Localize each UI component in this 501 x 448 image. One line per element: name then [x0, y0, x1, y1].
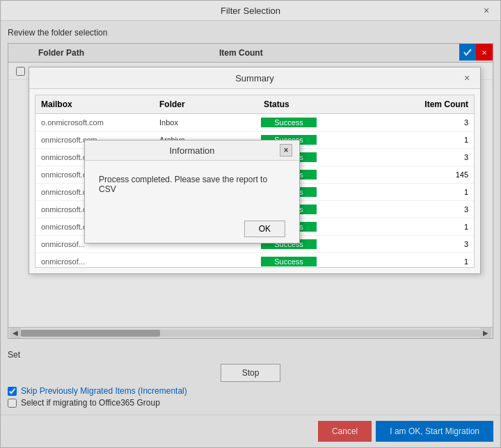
summary-close-button[interactable]: ×	[461, 72, 473, 84]
cell-status-0: Success	[258, 116, 369, 129]
info-body: Process completed. Please save the repor…	[85, 161, 299, 215]
main-window: Filter Selection × Review the folder sel…	[0, 0, 501, 448]
cell-count-5: 3	[369, 204, 474, 215]
mailbox-header: Mailbox	[35, 98, 154, 111]
cell-count-3: 145	[369, 169, 474, 180]
info-footer: OK	[85, 215, 299, 243]
info-title-bar: Information ×	[85, 141, 299, 161]
summary-title-bar: Summary ×	[29, 67, 480, 89]
summary-table-header: Mailbox Folder Status Item Count	[35, 95, 474, 114]
cell-folder-8	[154, 260, 258, 263]
info-close-button[interactable]: ×	[280, 144, 292, 157]
folder-header: Folder	[154, 98, 258, 111]
information-dialog: Information × Process completed. Please …	[84, 140, 300, 243]
count-header: Item Count	[369, 98, 474, 111]
summary-title: Summary	[49, 73, 461, 83]
cell-count-0: 3	[369, 117, 474, 128]
cell-count-2: 3	[369, 152, 474, 163]
cell-count-7: 3	[369, 239, 474, 250]
cell-count-8: 1	[369, 256, 474, 267]
cell-mailbox-8: onmicrosof...	[35, 256, 154, 267]
ok-button[interactable]: OK	[244, 221, 285, 237]
status-badge-0: Success	[261, 118, 317, 127]
summary-row: o.onmicrosoft.com Inbox Success 3	[35, 114, 474, 131]
summary-row: onmicrosof... Success 1	[35, 253, 474, 267]
info-message: Process completed. Please save the repor…	[99, 175, 285, 194]
cell-count-6: 1	[369, 221, 474, 232]
cell-count-4: 1	[369, 186, 474, 198]
status-badge-8: Success	[261, 257, 317, 266]
cell-count-1: 1	[369, 134, 474, 145]
cell-folder-0: Inbox	[154, 117, 258, 128]
info-title: Information	[104, 145, 280, 156]
cell-mailbox-0: o.onmicrosoft.com	[35, 117, 154, 128]
status-header: Status	[258, 98, 369, 111]
cell-status-8: Success	[258, 255, 369, 267]
